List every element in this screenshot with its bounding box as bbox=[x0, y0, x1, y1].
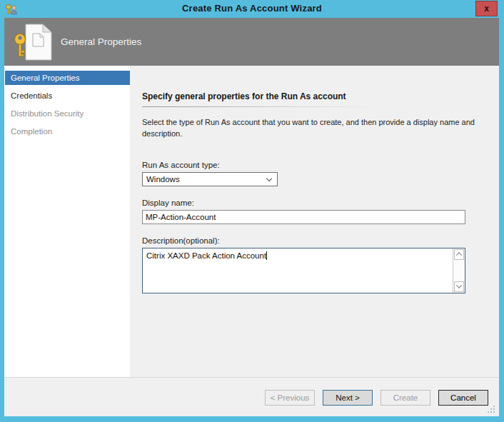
page-title: Specify general properties for the Run A… bbox=[142, 91, 480, 101]
intro-text: Select the type of Run As account that y… bbox=[142, 117, 480, 140]
header-step-title: General Properties bbox=[61, 36, 141, 47]
resize-grip[interactable] bbox=[488, 406, 495, 413]
next-button[interactable]: Next > bbox=[323, 390, 373, 406]
chevron-down-icon bbox=[456, 283, 462, 288]
chevron-down-icon bbox=[266, 176, 272, 181]
account-type-select[interactable]: Windows bbox=[142, 172, 278, 186]
window-title: Create Run As Account Wizard bbox=[0, 3, 504, 14]
chevron-up-icon bbox=[456, 253, 462, 258]
description-scrollbar[interactable] bbox=[453, 248, 465, 293]
sidebar-item-completion[interactable]: Completion bbox=[5, 124, 130, 139]
general-properties-form: Run As account type: Windows Display nam… bbox=[142, 161, 480, 293]
cancel-button[interactable]: Cancel bbox=[438, 390, 488, 406]
account-type-value: Windows bbox=[146, 175, 180, 184]
sidebar-item-credentials[interactable]: Credentials bbox=[5, 89, 130, 103]
titlebar: Create Run As Account Wizard x bbox=[0, 0, 504, 18]
sidebar-item-general-properties[interactable]: General Properties bbox=[5, 71, 130, 85]
heading-divider bbox=[142, 106, 382, 107]
wizard-window: Create Run As Account Wizard x General P… bbox=[0, 0, 504, 422]
description-value: Citrix XAXD Pack Action Account bbox=[146, 251, 266, 260]
key-document-icon bbox=[14, 24, 54, 61]
previous-button[interactable]: < Previous bbox=[265, 390, 315, 406]
scroll-up-button[interactable] bbox=[454, 249, 464, 260]
close-button[interactable]: x bbox=[475, 1, 498, 16]
display-name-input[interactable] bbox=[142, 210, 465, 224]
wizard-steps-sidebar: General Properties Credentials Distribut… bbox=[4, 66, 130, 377]
text-cursor bbox=[266, 251, 267, 260]
account-type-label: Run As account type: bbox=[142, 161, 480, 169]
display-name-group: Display name: bbox=[142, 199, 480, 224]
button-row: < Previous Next > Create Cancel bbox=[257, 390, 488, 406]
description-textarea[interactable]: Citrix XAXD Pack Action Account bbox=[142, 248, 465, 293]
content-panel: Specify general properties for the Run A… bbox=[130, 66, 499, 377]
wizard-header: General Properties bbox=[4, 18, 499, 66]
create-button[interactable]: Create bbox=[380, 390, 430, 406]
account-type-group: Run As account type: Windows bbox=[142, 161, 480, 186]
footer-bar: < Previous Next > Create Cancel bbox=[4, 377, 499, 416]
sidebar-item-distribution-security[interactable]: Distribution Security bbox=[5, 106, 130, 121]
description-group: Description(optional): Citrix XAXD Pack … bbox=[142, 236, 480, 293]
scroll-down-button[interactable] bbox=[454, 281, 464, 292]
display-name-label: Display name: bbox=[142, 199, 480, 207]
description-label: Description(optional): bbox=[142, 236, 480, 245]
main-area: General Properties Credentials Distribut… bbox=[4, 66, 499, 377]
